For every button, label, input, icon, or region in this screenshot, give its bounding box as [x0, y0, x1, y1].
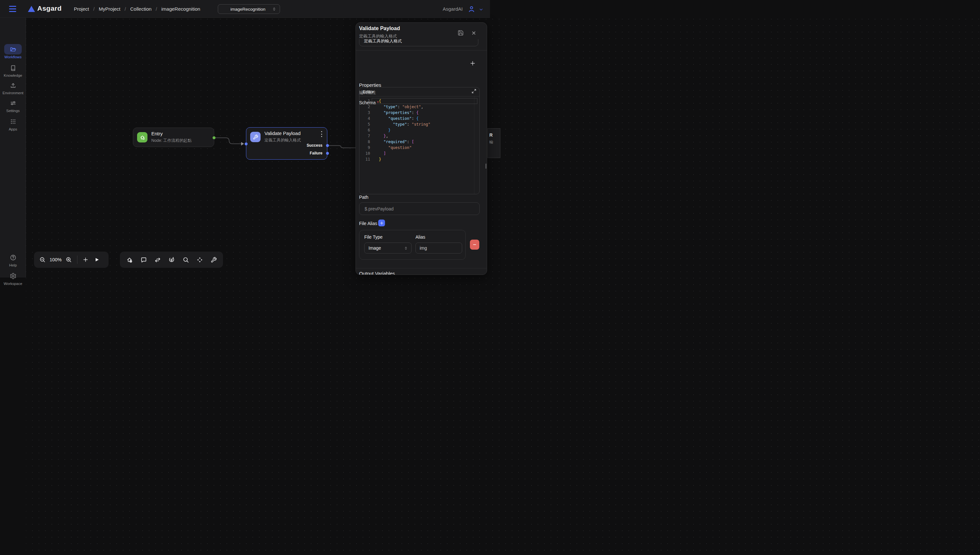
schema-editor-card: Editor 1{2 "type": "object",3 "propertie…	[359, 87, 480, 194]
sidebar-item-environment[interactable]: Environment	[0, 82, 26, 95]
sidebar-item-knowledge[interactable]: Knowledge	[0, 64, 26, 77]
expand-editor-button[interactable]	[471, 89, 476, 95]
breadcrumb: Project / MyProject / Collection / image…	[74, 0, 200, 18]
folder-open-icon	[10, 46, 16, 53]
save-button[interactable]	[458, 30, 464, 37]
editor-label: Editor	[363, 89, 471, 94]
sidebar-item-settings[interactable]: Settings	[0, 100, 26, 113]
breadcrumb-myproject[interactable]: MyProject	[99, 6, 121, 12]
validate-input-port[interactable]	[245, 143, 248, 145]
workflow-selector-value: imageRecognition	[224, 7, 272, 12]
node-validate-payload[interactable]: Validate Payload 定義工具的輸入格式 Success Failu…	[246, 127, 327, 160]
file-alias-label: File Alias	[359, 221, 377, 226]
add-file-alias-button[interactable]	[378, 220, 385, 226]
zoom-toolbar: 100%	[34, 252, 109, 268]
user-menu-chevron-icon[interactable]	[479, 7, 484, 13]
breadcrumb-project[interactable]: Project	[74, 6, 89, 12]
alias-input[interactable]: img	[415, 242, 462, 253]
apps-grid-icon	[10, 118, 16, 125]
chevron-up-down-icon	[404, 246, 408, 250]
sliders-icon	[10, 100, 16, 106]
node-entry[interactable]: Entry Node: 工作流程的起點	[133, 128, 214, 147]
file-type-select[interactable]: Image	[364, 242, 412, 253]
tools-wrench-button[interactable]	[211, 257, 217, 263]
chevron-up-down-icon	[272, 7, 277, 11]
app-name: Asgard	[37, 5, 61, 12]
add-property-button[interactable]	[470, 61, 475, 67]
top-bar: Asgard Project / MyProject / Collection …	[0, 0, 490, 18]
hamburger-menu-icon[interactable]	[9, 6, 16, 12]
zoom-in-button[interactable]	[66, 257, 72, 263]
node-properties-panel: Validate Payload 定義工具的輸入格式 定義工具的輸入格式 Pro…	[356, 22, 487, 275]
zoom-out-button[interactable]	[39, 257, 46, 263]
validate-node-title: Validate Payload	[264, 130, 301, 136]
entry-node-icon	[137, 132, 148, 143]
validate-success-port[interactable]	[326, 144, 329, 147]
add-entry-node-button[interactable]	[126, 257, 133, 263]
swap-connections-button[interactable]	[154, 257, 161, 263]
sidebar-label: Workflows	[0, 55, 26, 59]
add-node-button[interactable]	[83, 257, 89, 263]
editor-header: Editor	[359, 87, 479, 96]
panel-scrollbar-thumb[interactable]	[486, 164, 486, 169]
output-failure-label: Failure	[310, 151, 322, 156]
fit-view-button[interactable]	[196, 257, 203, 263]
validate-failure-port[interactable]	[326, 152, 329, 155]
panel-divider	[356, 268, 487, 268]
workflow-selector[interactable]: imageRecognition	[218, 4, 280, 14]
zoom-level-label: 100%	[50, 257, 61, 262]
clipped-form-field[interactable]: 定義工具的輸入格式	[359, 39, 478, 46]
asgard-logo-icon[interactable]	[28, 6, 35, 12]
close-panel-button[interactable]	[471, 30, 476, 37]
user-avatar-icon[interactable]	[468, 5, 475, 14]
panel-title: Validate Payload	[359, 26, 400, 31]
entry-node-subtitle: Node: 工作流程的起點	[151, 138, 191, 143]
search-canvas-button[interactable]	[182, 257, 189, 263]
panel-divider	[356, 50, 487, 51]
entry-output-port[interactable]	[212, 136, 216, 139]
alias-label: Alias	[415, 234, 425, 240]
help-circle-icon	[10, 254, 16, 261]
node-menu-kebab-icon[interactable]	[319, 131, 324, 137]
clipped-right-panel: R 輸	[488, 128, 490, 158]
sidebar-label: Help	[0, 263, 26, 267]
user-name: AsgardAI	[443, 6, 463, 12]
sidebar-item-help[interactable]: Help	[0, 254, 26, 267]
sidebar-item-workspace[interactable]: Workspace	[0, 273, 26, 278]
toolbar-divider	[77, 255, 77, 264]
clipped-panel-subtitle: 輸	[489, 140, 490, 145]
sidebar-label: Settings	[0, 109, 26, 113]
clipped-field-text: 定義工具的輸入格式	[364, 39, 478, 44]
node-tools-toolbar	[120, 252, 223, 268]
output-success-label: Success	[307, 143, 322, 148]
file-type-label: File Type	[364, 234, 383, 240]
alias-input-value: img	[420, 245, 427, 250]
gear-icon	[10, 273, 16, 278]
auto-layout-button[interactable]	[168, 257, 175, 263]
entry-node-title: Entry	[151, 131, 163, 136]
upload-icon	[10, 82, 16, 89]
panel-subtitle: 定義工具的輸入格式	[359, 33, 397, 39]
run-workflow-button[interactable]	[94, 257, 100, 262]
clipped-panel-title: R	[489, 132, 490, 138]
sidebar-label: Environment	[0, 91, 26, 95]
breadcrumb-collection[interactable]: Collection	[130, 6, 152, 12]
validate-node-wrench-icon	[250, 132, 261, 142]
path-input-value: $.prevPayload	[365, 206, 394, 212]
path-field-label: Path	[359, 195, 369, 200]
file-alias-row: File Type Image Alias img	[359, 230, 466, 260]
book-icon	[10, 64, 16, 71]
breadcrumb-workflow[interactable]: imageRecognition	[161, 6, 200, 12]
file-type-value: Image	[369, 245, 404, 250]
sidebar-item-workflows[interactable]: Workflows	[0, 46, 26, 59]
path-input[interactable]: $.prevPayload	[359, 202, 480, 215]
comment-tool-button[interactable]	[140, 257, 147, 263]
sidebar-label: Apps	[0, 127, 26, 131]
left-sidebar: Workflows Knowledge Environment Settings…	[0, 18, 26, 278]
output-variables-label: Output Variables	[359, 271, 395, 275]
sidebar-label: Knowledge	[0, 74, 26, 77]
validate-node-subtitle: 定義工具的輸入格式	[264, 138, 301, 143]
sidebar-item-apps[interactable]: Apps	[0, 118, 26, 131]
editor-code[interactable]: 1{2 "type": "object",3 "properties": {4 …	[359, 96, 479, 194]
remove-file-alias-button[interactable]	[470, 240, 479, 250]
